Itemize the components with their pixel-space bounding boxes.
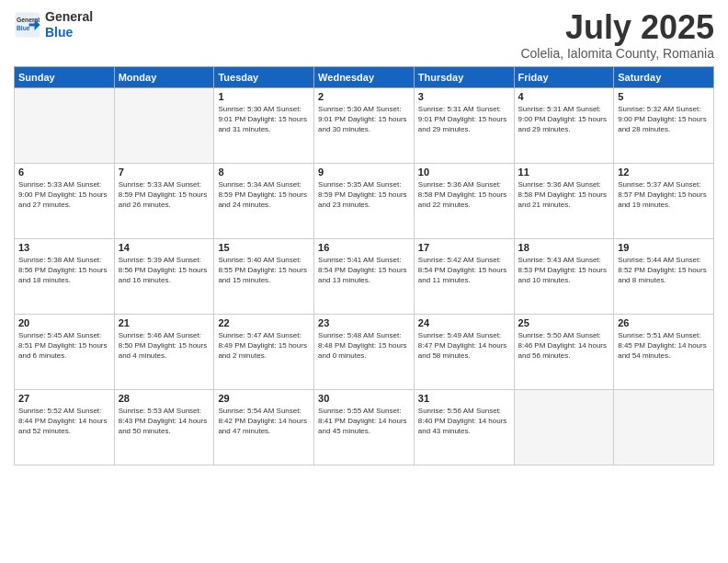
calendar-cell: 22Sunrise: 5:47 AM Sunset: 8:49 PM Dayli…	[214, 314, 314, 389]
calendar: SundayMondayTuesdayWednesdayThursdayFrid…	[14, 66, 714, 465]
weekday-header-saturday: Saturday	[614, 66, 714, 87]
day-info: Sunrise: 5:42 AM Sunset: 8:54 PM Dayligh…	[418, 255, 510, 286]
calendar-cell: 29Sunrise: 5:54 AM Sunset: 8:42 PM Dayli…	[214, 389, 314, 465]
day-number: 8	[218, 167, 310, 178]
day-number: 28	[119, 393, 210, 404]
day-number: 15	[218, 242, 310, 253]
day-info: Sunrise: 5:40 AM Sunset: 8:55 PM Dayligh…	[218, 255, 310, 286]
day-number: 3	[418, 91, 510, 102]
calendar-cell: 8Sunrise: 5:34 AM Sunset: 8:59 PM Daylig…	[214, 163, 314, 238]
calendar-cell: 17Sunrise: 5:42 AM Sunset: 8:54 PM Dayli…	[414, 238, 514, 314]
day-info: Sunrise: 5:47 AM Sunset: 8:49 PM Dayligh…	[218, 330, 310, 362]
calendar-cell: 19Sunrise: 5:44 AM Sunset: 8:52 PM Dayli…	[614, 238, 714, 314]
logo-blue: Blue	[45, 25, 93, 40]
day-info: Sunrise: 5:46 AM Sunset: 8:50 PM Dayligh…	[119, 330, 210, 362]
calendar-cell: 13Sunrise: 5:38 AM Sunset: 8:56 PM Dayli…	[15, 238, 115, 314]
day-number: 10	[418, 167, 510, 178]
svg-text:Blue: Blue	[17, 25, 30, 31]
day-info: Sunrise: 5:36 AM Sunset: 8:58 PM Dayligh…	[518, 179, 610, 211]
calendar-cell: 25Sunrise: 5:50 AM Sunset: 8:46 PM Dayli…	[514, 314, 614, 389]
calendar-cell: 3Sunrise: 5:31 AM Sunset: 9:01 PM Daylig…	[414, 87, 514, 163]
calendar-cell: 21Sunrise: 5:46 AM Sunset: 8:50 PM Dayli…	[114, 314, 214, 389]
weekday-header-monday: Monday	[114, 66, 214, 87]
calendar-cell	[514, 389, 614, 465]
day-number: 14	[119, 242, 210, 253]
day-number: 20	[18, 317, 110, 328]
page: General Blue General Blue July 2025 Cole…	[0, 0, 728, 563]
calendar-cell: 27Sunrise: 5:52 AM Sunset: 8:44 PM Dayli…	[15, 389, 115, 465]
day-number: 12	[618, 167, 710, 178]
weekday-header-friday: Friday	[514, 66, 614, 87]
day-number: 9	[318, 167, 410, 178]
day-info: Sunrise: 5:33 AM Sunset: 8:59 PM Dayligh…	[119, 179, 210, 211]
day-info: Sunrise: 5:32 AM Sunset: 9:00 PM Dayligh…	[618, 104, 710, 135]
day-info: Sunrise: 5:35 AM Sunset: 8:59 PM Dayligh…	[318, 179, 410, 211]
calendar-cell: 26Sunrise: 5:51 AM Sunset: 8:45 PM Dayli…	[614, 314, 714, 389]
day-info: Sunrise: 5:33 AM Sunset: 9:00 PM Dayligh…	[18, 179, 110, 211]
day-number: 27	[18, 393, 110, 404]
calendar-cell: 23Sunrise: 5:48 AM Sunset: 8:48 PM Dayli…	[314, 314, 415, 389]
day-info: Sunrise: 5:36 AM Sunset: 8:58 PM Dayligh…	[418, 179, 510, 211]
day-number: 23	[318, 317, 410, 328]
calendar-cell: 28Sunrise: 5:53 AM Sunset: 8:43 PM Dayli…	[114, 389, 214, 465]
day-number: 25	[518, 317, 610, 328]
day-number: 16	[318, 242, 410, 253]
week-row-2: 13Sunrise: 5:38 AM Sunset: 8:56 PM Dayli…	[15, 238, 714, 314]
day-number: 26	[618, 317, 710, 328]
logo-general: General	[45, 9, 93, 25]
day-info: Sunrise: 5:38 AM Sunset: 8:56 PM Dayligh…	[18, 255, 110, 286]
day-number: 1	[218, 91, 310, 102]
week-row-4: 27Sunrise: 5:52 AM Sunset: 8:44 PM Dayli…	[15, 389, 714, 465]
day-info: Sunrise: 5:52 AM Sunset: 8:44 PM Dayligh…	[18, 406, 110, 437]
calendar-cell: 4Sunrise: 5:31 AM Sunset: 9:00 PM Daylig…	[514, 87, 614, 163]
calendar-cell: 18Sunrise: 5:43 AM Sunset: 8:53 PM Dayli…	[514, 238, 614, 314]
day-info: Sunrise: 5:37 AM Sunset: 8:57 PM Dayligh…	[618, 179, 710, 211]
calendar-cell: 12Sunrise: 5:37 AM Sunset: 8:57 PM Dayli…	[614, 163, 714, 238]
weekday-header-sunday: Sunday	[15, 66, 115, 87]
day-number: 11	[518, 167, 610, 178]
day-number: 31	[418, 393, 510, 404]
day-number: 21	[119, 317, 210, 328]
day-info: Sunrise: 5:56 AM Sunset: 8:40 PM Dayligh…	[418, 406, 510, 437]
day-number: 30	[318, 393, 410, 404]
day-info: Sunrise: 5:39 AM Sunset: 8:56 PM Dayligh…	[119, 255, 210, 286]
day-number: 5	[618, 91, 710, 102]
day-info: Sunrise: 5:50 AM Sunset: 8:46 PM Dayligh…	[518, 330, 610, 362]
day-number: 17	[418, 242, 510, 253]
calendar-cell: 2Sunrise: 5:30 AM Sunset: 9:01 PM Daylig…	[314, 87, 415, 163]
logo-text: General Blue	[45, 9, 93, 40]
day-info: Sunrise: 5:34 AM Sunset: 8:59 PM Dayligh…	[218, 179, 310, 211]
calendar-cell: 10Sunrise: 5:36 AM Sunset: 8:58 PM Dayli…	[414, 163, 514, 238]
header: General Blue General Blue July 2025 Cole…	[14, 9, 714, 61]
week-row-1: 6Sunrise: 5:33 AM Sunset: 9:00 PM Daylig…	[15, 163, 714, 238]
day-number: 6	[18, 167, 110, 178]
logo: General Blue General Blue	[14, 9, 93, 40]
calendar-cell: 11Sunrise: 5:36 AM Sunset: 8:58 PM Dayli…	[514, 163, 614, 238]
title-block: July 2025 Colelia, Ialomita County, Roma…	[520, 9, 714, 61]
day-number: 24	[418, 317, 510, 328]
day-info: Sunrise: 5:45 AM Sunset: 8:51 PM Dayligh…	[18, 330, 110, 362]
day-number: 29	[218, 393, 310, 404]
calendar-cell: 20Sunrise: 5:45 AM Sunset: 8:51 PM Dayli…	[15, 314, 115, 389]
day-number: 13	[18, 242, 110, 253]
calendar-cell: 15Sunrise: 5:40 AM Sunset: 8:55 PM Dayli…	[214, 238, 314, 314]
day-info: Sunrise: 5:51 AM Sunset: 8:45 PM Dayligh…	[618, 330, 710, 362]
day-info: Sunrise: 5:31 AM Sunset: 9:01 PM Dayligh…	[418, 104, 510, 135]
day-info: Sunrise: 5:31 AM Sunset: 9:00 PM Dayligh…	[518, 104, 610, 135]
day-number: 7	[119, 167, 210, 178]
location: Colelia, Ialomita County, Romania	[520, 46, 714, 61]
day-number: 22	[218, 317, 310, 328]
month-title: July 2025	[520, 9, 714, 46]
weekday-header-wednesday: Wednesday	[314, 66, 415, 87]
weekday-header-tuesday: Tuesday	[214, 66, 314, 87]
day-number: 19	[618, 242, 710, 253]
week-row-0: 1Sunrise: 5:30 AM Sunset: 9:01 PM Daylig…	[15, 87, 714, 163]
day-info: Sunrise: 5:54 AM Sunset: 8:42 PM Dayligh…	[218, 406, 310, 437]
calendar-cell: 14Sunrise: 5:39 AM Sunset: 8:56 PM Dayli…	[114, 238, 214, 314]
calendar-cell: 7Sunrise: 5:33 AM Sunset: 8:59 PM Daylig…	[114, 163, 214, 238]
day-number: 4	[518, 91, 610, 102]
calendar-cell: 30Sunrise: 5:55 AM Sunset: 8:41 PM Dayli…	[314, 389, 415, 465]
calendar-cell: 1Sunrise: 5:30 AM Sunset: 9:01 PM Daylig…	[214, 87, 314, 163]
day-info: Sunrise: 5:49 AM Sunset: 8:47 PM Dayligh…	[418, 330, 510, 362]
day-info: Sunrise: 5:55 AM Sunset: 8:41 PM Dayligh…	[318, 406, 410, 437]
